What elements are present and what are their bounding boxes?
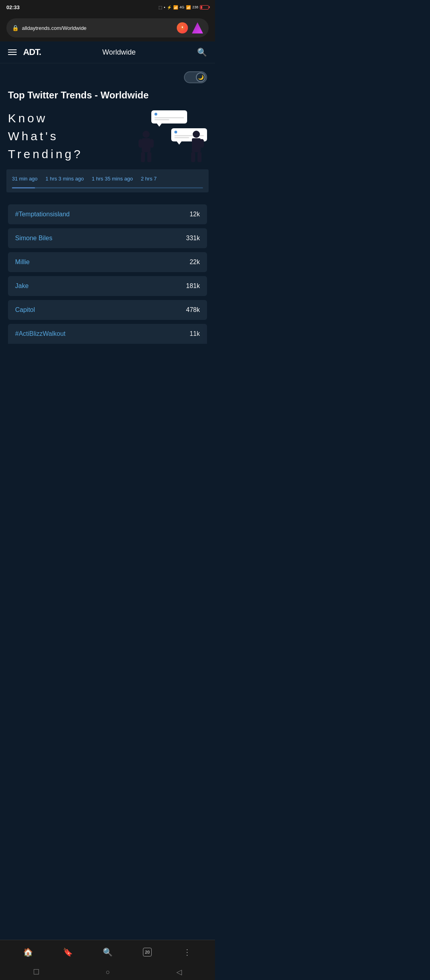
status-icons: ⬚ • ⚡ 📶 4G 📶 238 — [158, 5, 209, 10]
svg-rect-4 — [139, 139, 143, 148]
svg-rect-1 — [142, 138, 150, 152]
bluetooth-icon: ⚡ — [167, 5, 172, 10]
screen-mirror-icon: ⬚ — [158, 5, 162, 10]
svg-point-6 — [193, 131, 200, 138]
timestamp-0[interactable]: 31 min ago — [12, 176, 37, 182]
tagline-line1: Know — [8, 109, 83, 127]
browser-actions — [177, 22, 203, 33]
tagline-line2: What's — [8, 127, 83, 145]
main-content: 🌙 Top Twitter Trends - Worldwide Know Wh… — [0, 63, 215, 392]
progress-fill — [12, 187, 35, 188]
brave-browser-icon[interactable] — [177, 22, 188, 33]
svg-rect-8 — [191, 152, 195, 162]
scroll-progress-bar — [12, 187, 203, 188]
nav-left: ADT. — [8, 47, 41, 57]
trend-name-5: #ActiBlizzWalkout — [15, 330, 66, 337]
trend-count-0: 12k — [190, 211, 200, 218]
status-bar: 02:33 ⬚ • ⚡ 📶 4G 📶 238 — [0, 0, 215, 14]
page-title: Top Twitter Trends - Worldwide — [8, 89, 207, 101]
person-silhouette-2 — [189, 130, 204, 162]
network-4g: 4G — [180, 5, 184, 9]
nav-header: ADT. Worldwide 🔍 — [0, 41, 215, 63]
svg-rect-10 — [200, 139, 204, 148]
person-silhouette-1 — [139, 130, 154, 162]
tagline-line3: Trending? — [8, 145, 83, 163]
site-logo: ADT. — [23, 47, 41, 57]
trend-item-4[interactable]: Capitol 478k — [8, 300, 207, 320]
trend-item-1[interactable]: Simone Biles 331k — [8, 228, 207, 248]
toggle-knob: 🌙 — [196, 73, 205, 82]
svg-rect-3 — [147, 152, 151, 162]
browser-url-section: 🔒 alldaytrends.com/Worldwide — [12, 25, 173, 31]
timestamp-1[interactable]: 1 hrs 3 mins ago — [45, 176, 84, 182]
trend-name-2: Millie — [15, 259, 29, 266]
trend-count-2: 22k — [190, 259, 200, 266]
status-time: 02:33 — [6, 4, 20, 10]
signal-icon: 📶 — [173, 5, 178, 10]
nav-location[interactable]: Worldwide — [102, 48, 136, 57]
hero-illustration — [83, 110, 207, 162]
browser-url: alldaytrends.com/Worldwide — [22, 25, 86, 31]
browser-bar[interactable]: 🔒 alldaytrends.com/Worldwide — [6, 18, 209, 37]
trend-name-4: Capitol — [15, 306, 35, 314]
timestamps-section[interactable]: 31 min ago 1 hrs 3 mins ago 1 hrs 35 min… — [6, 169, 209, 192]
search-icon[interactable]: 🔍 — [197, 47, 207, 57]
timestamp-2[interactable]: 1 hrs 35 mins ago — [92, 176, 133, 182]
illustration-wrapper — [135, 110, 207, 162]
trend-item-5-partial[interactable]: #ActiBlizzWalkout 11k — [8, 324, 207, 344]
trend-count-3: 181k — [186, 282, 200, 290]
svg-rect-5 — [150, 139, 154, 148]
svg-rect-2 — [141, 152, 145, 162]
hero-section: Know What's Trending? — [8, 109, 207, 163]
trend-item-0[interactable]: #Temptationsisland 12k — [8, 204, 207, 224]
lock-icon: 🔒 — [12, 25, 19, 31]
toggle-row: 🌙 — [8, 71, 207, 83]
hero-tagline: Know What's Trending? — [8, 109, 83, 163]
dot-indicator: • — [164, 5, 165, 10]
signal-icon-2: 📶 — [186, 5, 191, 10]
trend-count-4: 478k — [186, 306, 200, 314]
timestamp-3[interactable]: 2 hrs 7 — [141, 176, 157, 182]
hamburger-icon[interactable] — [8, 49, 17, 55]
svg-rect-7 — [192, 138, 201, 152]
svg-point-0 — [143, 131, 150, 138]
trend-item-2[interactable]: Millie 22k — [8, 252, 207, 272]
trend-name-3: Jake — [15, 282, 29, 290]
moon-icon: 🌙 — [198, 74, 204, 80]
svg-rect-9 — [197, 152, 201, 162]
timestamps-scroll: 31 min ago 1 hrs 3 mins ago 1 hrs 35 min… — [12, 176, 203, 185]
trend-name-1: Simone Biles — [15, 235, 52, 242]
trend-name-0: #Temptationsisland — [15, 211, 70, 218]
trend-count-1: 331k — [186, 235, 200, 242]
battery-icon — [200, 5, 209, 10]
speech-bubble-1 — [151, 110, 187, 123]
trends-section: #Temptationsisland 12k Simone Biles 331k… — [8, 204, 207, 344]
prism-icon[interactable] — [192, 22, 203, 33]
trend-item-3[interactable]: Jake 181k — [8, 276, 207, 296]
dark-mode-toggle[interactable]: 🌙 — [184, 71, 207, 83]
speed-text: 238 — [192, 5, 198, 9]
trend-count-5: 11k — [190, 330, 200, 337]
